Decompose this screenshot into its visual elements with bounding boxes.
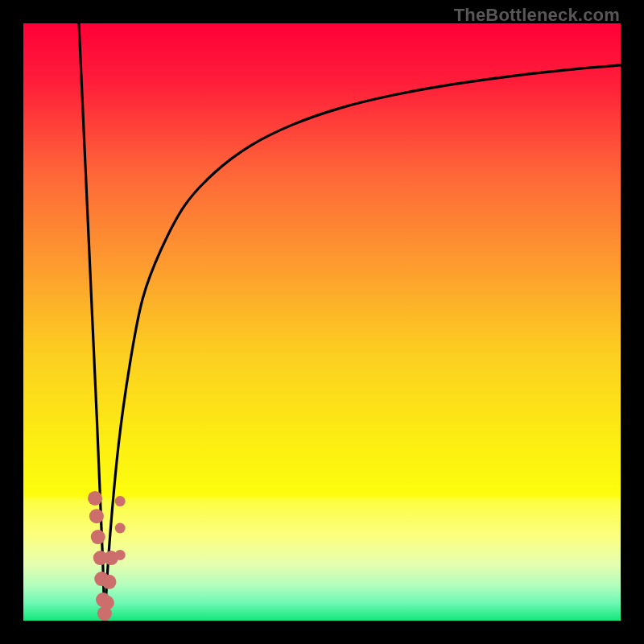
data-point bbox=[115, 496, 126, 506]
watermark-label: TheBottleneck.com bbox=[454, 5, 620, 26]
data-point bbox=[89, 509, 104, 523]
data-point bbox=[91, 530, 105, 544]
chart-plot-area bbox=[23, 23, 621, 621]
bottleneck-chart bbox=[23, 23, 621, 621]
chart-frame: TheBottleneck.com bbox=[0, 0, 644, 644]
data-point bbox=[101, 575, 116, 589]
data-point bbox=[100, 596, 114, 610]
data-point bbox=[115, 522, 126, 533]
data-point bbox=[115, 550, 126, 560]
data-point bbox=[88, 491, 102, 506]
